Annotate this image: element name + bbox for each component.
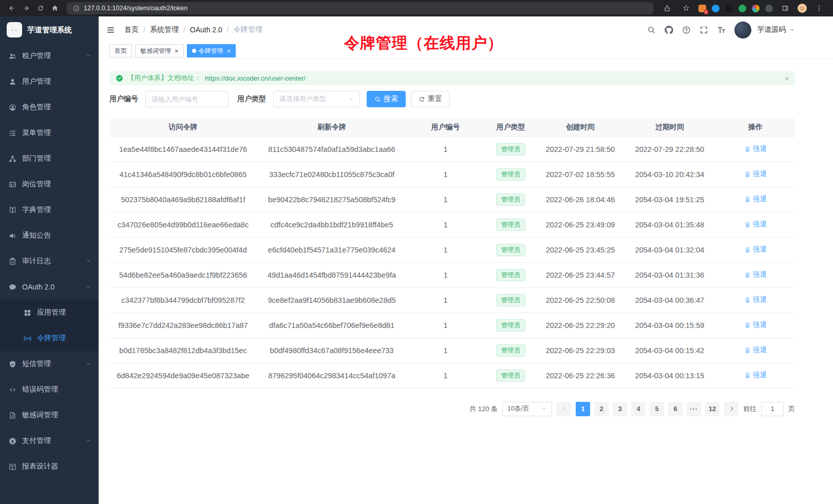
- more-pages-button[interactable]: ···: [687, 402, 701, 416]
- user-type-select[interactable]: 请选择用户类型: [273, 91, 360, 107]
- expire-time-cell: 2022-07-29 22:28:50: [623, 137, 716, 162]
- page-button-5[interactable]: 5: [650, 402, 664, 416]
- page-button-2[interactable]: 2: [594, 402, 609, 416]
- extension-gray-icon[interactable]: [765, 5, 773, 12]
- browser-forward-icon[interactable]: [20, 2, 33, 14]
- sidebar-item-menu[interactable]: 菜单管理: [0, 120, 99, 146]
- dict-book-icon: [9, 206, 16, 214]
- breadcrumb-item[interactable]: OAuth 2.0: [190, 26, 222, 34]
- page-button-4[interactable]: 4: [631, 402, 646, 416]
- tab-label: 敏感词管理: [140, 47, 171, 55]
- page-button-3[interactable]: 3: [613, 402, 627, 416]
- force-logout-button[interactable]: 强退: [744, 295, 767, 304]
- sidebar-item-label: 租户管理: [22, 51, 51, 61]
- sidebar-item-pay[interactable]: 支付管理: [0, 428, 99, 454]
- force-logout-button[interactable]: 强退: [744, 169, 767, 179]
- doc-link[interactable]: https://doc.iocoder.cn/user-center/: [205, 74, 306, 82]
- share-icon[interactable]: [660, 2, 674, 14]
- dept-tree-icon: [9, 155, 16, 163]
- create-time-cell: 2022-06-25 23:45:25: [537, 237, 623, 262]
- extension-blue-icon[interactable]: [712, 5, 720, 12]
- main-area: 首页/系统管理/OAuth 2.0/令牌管理 芋道源码 首页敏感词管理×令牌管理…: [99, 16, 833, 504]
- sidebar-item-post[interactable]: 岗位管理: [0, 171, 99, 197]
- browser-profile-avatar[interactable]: ☺: [798, 4, 807, 13]
- sidebar-item-notice[interactable]: 通知公告: [0, 223, 99, 248]
- font-size-icon[interactable]: [717, 26, 726, 34]
- browser-home-icon[interactable]: [48, 2, 62, 14]
- force-logout-button[interactable]: 强退: [744, 245, 767, 254]
- expire-time-cell: 2054-03-04 00:15:59: [623, 313, 716, 338]
- sidebar-item-oauth2-app[interactable]: 应用管理: [0, 300, 99, 325]
- site-info-icon[interactable]: [73, 5, 80, 12]
- header-tools: 芋道源码: [647, 22, 795, 38]
- sidebar-item-dict[interactable]: 字典管理: [0, 197, 99, 223]
- user-avatar[interactable]: [734, 22, 751, 38]
- tab-token[interactable]: 令牌管理×: [187, 44, 236, 57]
- tab-home[interactable]: 首页: [109, 44, 132, 57]
- search-icon[interactable]: [647, 26, 656, 34]
- create-time-cell: 2022-07-02 18:55:55: [537, 162, 623, 187]
- close-icon[interactable]: ×: [175, 48, 179, 54]
- close-icon[interactable]: ×: [785, 74, 789, 83]
- sidebar-item-oauth2[interactable]: OAuth 2.0: [0, 274, 99, 300]
- extension-green-icon[interactable]: [739, 5, 746, 12]
- expire-time-cell: 2054-03-04 01:32:04: [623, 237, 716, 262]
- force-logout-button[interactable]: 强退: [744, 320, 767, 329]
- tab-sensitive-word[interactable]: 敏感词管理×: [135, 44, 184, 57]
- extension-multicolor-icon[interactable]: [752, 5, 760, 12]
- sidebar-item-error-code[interactable]: 错误码管理: [0, 377, 99, 402]
- user-id-input[interactable]: [145, 91, 229, 107]
- trash-icon: [744, 322, 751, 328]
- search-button[interactable]: 搜索: [367, 91, 406, 107]
- refresh-icon: [419, 96, 425, 103]
- user-name[interactable]: 芋道源码: [757, 25, 786, 34]
- sidebar-item-audit-log[interactable]: 审计日志: [0, 248, 99, 274]
- side-panel-icon[interactable]: [779, 2, 792, 14]
- sensitive-doc-icon: [9, 412, 16, 419]
- browser-back-icon[interactable]: [5, 2, 18, 14]
- breadcrumb-item[interactable]: 系统管理: [150, 25, 179, 34]
- extension-orange-icon[interactable]: 0: [698, 5, 706, 12]
- user-id-cell: 1: [407, 162, 484, 187]
- browser-menu-icon[interactable]: [812, 2, 826, 14]
- close-icon[interactable]: ×: [227, 48, 231, 54]
- extension-black-icon[interactable]: [725, 5, 733, 12]
- sidebar-item-tenant[interactable]: 租户管理: [0, 43, 99, 69]
- goto-page-input[interactable]: [761, 402, 784, 416]
- bookmark-star-icon[interactable]: [679, 2, 693, 14]
- force-logout-button[interactable]: 强退: [744, 220, 767, 229]
- user-id-cell: 1: [407, 338, 484, 363]
- action-cell: 强退: [716, 137, 795, 162]
- doc-alert: 【用户体系】文档地址： https://doc.iocoder.cn/user-…: [109, 71, 795, 85]
- sidebar-collapse-icon[interactable]: [106, 26, 115, 34]
- chevron-down-icon[interactable]: [789, 27, 795, 33]
- sidebar-item-sms[interactable]: 短信管理: [0, 351, 99, 377]
- force-logout-button[interactable]: 强退: [744, 270, 767, 279]
- sidebar-item-user[interactable]: 用户管理: [0, 69, 99, 94]
- page-button-12[interactable]: 12: [705, 402, 720, 416]
- breadcrumb-item[interactable]: 首页: [124, 25, 139, 34]
- help-icon[interactable]: [682, 26, 691, 34]
- page-size-select[interactable]: 10条/页: [502, 402, 552, 416]
- sidebar-item-oauth2-token[interactable]: 令牌管理: [0, 325, 99, 351]
- force-logout-button[interactable]: 强退: [744, 371, 767, 380]
- sms-shield-icon: [9, 360, 16, 368]
- reset-button[interactable]: 重置: [411, 91, 450, 107]
- url-bar[interactable]: 127.0.0.1:1024/system/oauth2/token: [67, 2, 653, 14]
- sidebar-item-sensitive-word[interactable]: 敏感词管理: [0, 402, 99, 428]
- app-logo[interactable]: • • 芋道管理系统: [0, 16, 99, 43]
- announcement-icon: [9, 232, 16, 240]
- fullscreen-icon[interactable]: [699, 26, 708, 34]
- force-logout-button[interactable]: 强退: [744, 195, 767, 204]
- force-logout-button[interactable]: 强退: [744, 345, 767, 355]
- sidebar-item-report-designer[interactable]: 报表设计器: [0, 454, 99, 479]
- force-logout-button[interactable]: 强退: [744, 144, 767, 153]
- sidebar-item-dept[interactable]: 部门管理: [0, 146, 99, 171]
- prev-page-button[interactable]: [557, 402, 571, 416]
- sidebar-item-role[interactable]: 角色管理: [0, 94, 99, 120]
- browser-reload-icon[interactable]: [34, 2, 47, 14]
- page-button-6[interactable]: 6: [668, 402, 683, 416]
- github-icon[interactable]: [665, 26, 673, 34]
- next-page-button[interactable]: [724, 402, 739, 416]
- page-button-1[interactable]: 1: [576, 402, 590, 416]
